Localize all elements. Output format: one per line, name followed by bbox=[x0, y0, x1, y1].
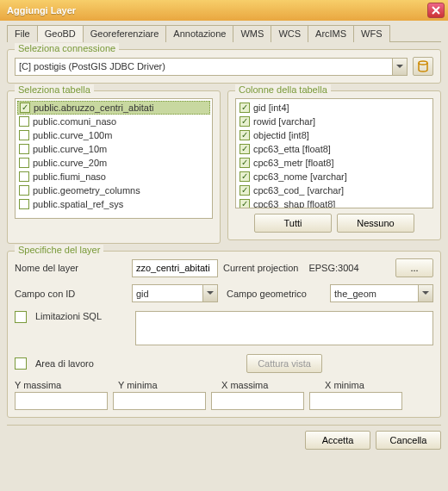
ymax-input[interactable] bbox=[15, 392, 108, 410]
tab-annot[interactable]: Annotazione bbox=[165, 25, 233, 42]
column-item[interactable]: cpc63_metr [float8] bbox=[238, 156, 431, 170]
geom-field-label: Campo geometrico bbox=[227, 289, 307, 299]
id-field-combo[interactable]: gid bbox=[132, 284, 218, 302]
chevron-down-icon bbox=[202, 285, 217, 301]
connection-combo[interactable]: [C] postigis (PostGIS JDBC Driver) bbox=[15, 58, 408, 76]
table-label: public.curve_20m bbox=[33, 158, 107, 168]
tab-bar: File GeoBD Georeferenziare Annotazione W… bbox=[7, 24, 441, 42]
tab-wfs[interactable]: WFS bbox=[353, 25, 389, 42]
table-label: public.curve_100m bbox=[33, 130, 112, 140]
table-checkbox[interactable] bbox=[19, 171, 29, 182]
column-checkbox[interactable] bbox=[240, 103, 250, 113]
ymin-label: Y minima bbox=[118, 380, 216, 390]
tab-geobd[interactable]: GeoBD bbox=[37, 25, 84, 42]
table-item[interactable]: public.curve_20m bbox=[17, 156, 210, 170]
chevron-down-icon bbox=[418, 285, 432, 301]
column-checkbox[interactable] bbox=[240, 130, 250, 140]
id-field-value: gid bbox=[136, 289, 149, 299]
table-item[interactable]: public.fiumi_naso bbox=[17, 170, 210, 183]
xmin-input[interactable] bbox=[309, 392, 402, 410]
dialog-footer: Accetta Cancella bbox=[7, 425, 441, 450]
column-item[interactable]: cpc63_cod_ [varchar] bbox=[238, 183, 431, 197]
column-label: cpc63_nome [varchar] bbox=[253, 171, 347, 182]
column-item[interactable]: objectid [int8] bbox=[238, 128, 431, 142]
cancel-button[interactable]: Cancella bbox=[376, 431, 441, 450]
capture-view-button: Cattura vista bbox=[246, 354, 322, 373]
column-label: cpc63_cod_ [varchar] bbox=[253, 185, 344, 196]
accept-button[interactable]: Accetta bbox=[305, 431, 370, 450]
column-label: objectid [int8] bbox=[253, 130, 309, 140]
geom-field-value: the_geom bbox=[334, 289, 376, 299]
close-button[interactable] bbox=[427, 3, 445, 18]
table-checkbox[interactable] bbox=[19, 144, 29, 154]
column-checkbox[interactable] bbox=[240, 116, 250, 127]
table-checkbox[interactable] bbox=[19, 130, 29, 140]
table-item[interactable]: public.abruzzo_centri_abitati bbox=[17, 101, 210, 115]
xmax-label: X massima bbox=[221, 380, 320, 390]
table-checkbox[interactable] bbox=[19, 185, 29, 196]
table-checkbox[interactable] bbox=[19, 158, 29, 168]
table-item[interactable]: public.comuni_naso bbox=[17, 115, 210, 128]
column-item[interactable]: cpc63_shap [float8] bbox=[238, 197, 431, 208]
xmax-input[interactable] bbox=[211, 392, 304, 410]
table-label: public.geometry_columns bbox=[33, 185, 140, 196]
table-label: public.fiumi_naso bbox=[33, 171, 106, 182]
table-item[interactable]: public.spatial_ref_sys bbox=[17, 197, 210, 211]
columns-group: Colonne della tabella gid [int4]rowid [v… bbox=[227, 90, 441, 240]
column-item[interactable]: cpc63_etta [float8] bbox=[238, 142, 431, 156]
table-checkbox[interactable] bbox=[20, 103, 30, 113]
table-label: public.comuni_naso bbox=[33, 116, 116, 127]
column-checkbox[interactable] bbox=[240, 171, 250, 182]
svg-point-0 bbox=[419, 61, 427, 65]
table-item[interactable]: public.curve_10m bbox=[17, 142, 210, 156]
column-item[interactable]: rowid [varchar] bbox=[238, 115, 431, 128]
projection-button[interactable]: ... bbox=[395, 258, 433, 277]
tables-group: Seleziona tabella public.abruzzo_centri_… bbox=[7, 90, 221, 244]
xmin-label: X minima bbox=[325, 380, 423, 390]
tab-arcims[interactable]: ArcIMS bbox=[308, 25, 354, 42]
columns-title: Colonne della tabella bbox=[235, 84, 331, 95]
tab-wcs[interactable]: WCS bbox=[271, 25, 308, 42]
table-item[interactable]: public.geometry_columns bbox=[17, 183, 210, 197]
sql-limit-input[interactable] bbox=[135, 311, 433, 345]
tab-georef[interactable]: Georeferenziare bbox=[83, 25, 167, 42]
close-icon bbox=[432, 6, 440, 15]
column-checkbox[interactable] bbox=[240, 158, 250, 168]
workspace-checkbox[interactable] bbox=[15, 357, 27, 370]
select-none-button[interactable]: Nessuno bbox=[337, 214, 414, 233]
chevron-down-icon bbox=[392, 59, 407, 75]
column-checkbox[interactable] bbox=[240, 199, 250, 208]
tab-file[interactable]: File bbox=[7, 25, 38, 42]
connection-value: [C] postigis (PostGIS JDBC Driver) bbox=[19, 61, 165, 71]
table-item[interactable]: public.curve_100m bbox=[17, 128, 210, 142]
tables-list[interactable]: public.abruzzo_centri_abitatipublic.comu… bbox=[15, 98, 213, 219]
select-all-button[interactable]: Tutti bbox=[254, 214, 332, 233]
connection-group: Seleziona connessione [C] postigis (Post… bbox=[7, 49, 441, 84]
layer-name-input[interactable] bbox=[132, 259, 218, 277]
table-label: public.spatial_ref_sys bbox=[33, 199, 123, 209]
projection-label: Current projection bbox=[223, 263, 298, 273]
geom-field-combo[interactable]: the_geom bbox=[330, 284, 433, 302]
column-checkbox[interactable] bbox=[240, 144, 250, 154]
table-checkbox[interactable] bbox=[19, 199, 29, 209]
column-item[interactable]: cpc63_nome [varchar] bbox=[238, 170, 431, 183]
column-label: gid [int4] bbox=[253, 103, 289, 113]
column-checkbox[interactable] bbox=[240, 185, 250, 196]
id-field-label: Campo con ID bbox=[15, 289, 127, 299]
tab-wms[interactable]: WMS bbox=[233, 25, 271, 42]
sql-limit-checkbox[interactable] bbox=[15, 311, 27, 323]
workspace-label: Area di lavoro bbox=[35, 358, 130, 369]
window-title: Aggiungi Layer bbox=[7, 5, 76, 16]
ymin-input[interactable] bbox=[113, 392, 206, 410]
column-label: cpc63_metr [float8] bbox=[253, 158, 334, 168]
column-label: cpc63_shap [float8] bbox=[253, 199, 335, 208]
titlebar: Aggiungi Layer bbox=[0, 0, 448, 21]
ymax-label: Y massima bbox=[15, 380, 113, 390]
connection-title: Seleziona connessione bbox=[15, 43, 119, 53]
columns-list[interactable]: gid [int4]rowid [varchar]objectid [int8]… bbox=[235, 98, 433, 208]
column-item[interactable]: gid [int4] bbox=[238, 101, 431, 115]
table-checkbox[interactable] bbox=[19, 116, 29, 127]
connection-manage-button[interactable] bbox=[413, 57, 433, 76]
layer-spec-title: Specifiche del layer bbox=[15, 245, 103, 255]
sql-limit-label: Limitazioni SQL bbox=[35, 311, 130, 321]
